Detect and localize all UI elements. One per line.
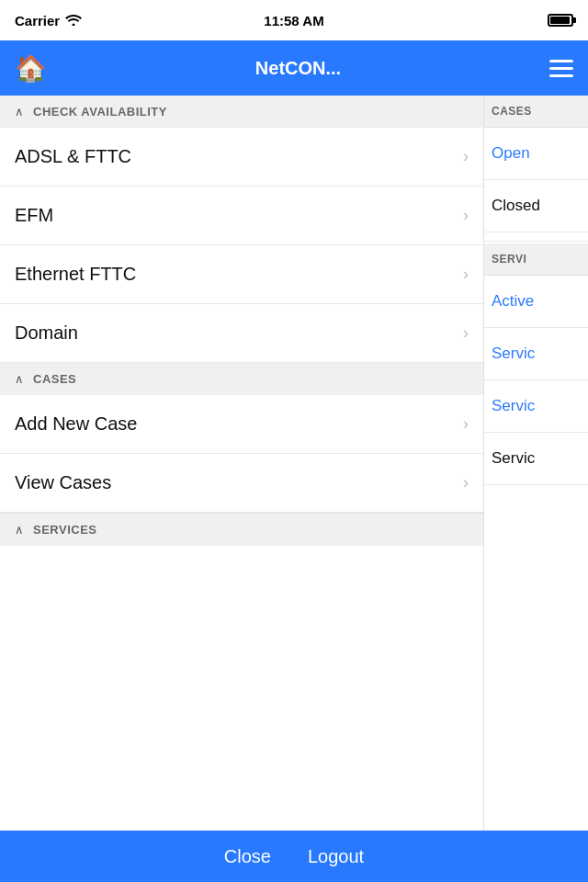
menu-item-domain-chevron: › bbox=[463, 323, 469, 343]
menu-icon[interactable] bbox=[549, 60, 573, 77]
status-bar-time: 11:58 AM bbox=[264, 13, 323, 28]
right-item-servic-2[interactable]: Servic bbox=[484, 380, 588, 433]
right-spacer bbox=[484, 232, 588, 242]
menu-item-efm-label: EFM bbox=[15, 205, 53, 226]
menu-item-ethernet-fttc-label: Ethernet FTTC bbox=[15, 264, 136, 285]
logout-button[interactable]: Logout bbox=[308, 846, 364, 867]
menu-item-adsl[interactable]: ADSL & FTTC › bbox=[0, 128, 483, 187]
carrier-label: Carrier bbox=[15, 13, 60, 28]
services-header: ∧ SERVICES bbox=[0, 513, 483, 546]
menu-item-view-cases-chevron: › bbox=[463, 473, 469, 492]
menu-item-add-case[interactable]: Add New Case › bbox=[0, 395, 483, 454]
bottom-bar: Close Logout bbox=[0, 831, 588, 882]
right-panel: CASES Open Closed SERVI Active Serv bbox=[484, 96, 588, 831]
cases-header: ∧ CASES bbox=[0, 363, 483, 395]
menu-item-ethernet-fttc-chevron: › bbox=[463, 265, 469, 284]
check-availability-chevron: ∧ bbox=[15, 105, 24, 119]
menu-item-efm[interactable]: EFM › bbox=[0, 187, 483, 245]
services-chevron: ∧ bbox=[15, 523, 24, 537]
nav-bar: 🏠 NetCON... bbox=[0, 40, 588, 96]
menu-item-add-case-chevron: › bbox=[463, 414, 469, 434]
home-icon[interactable]: 🏠 bbox=[15, 53, 47, 84]
services-label: SERVICES bbox=[33, 523, 97, 537]
menu-item-adsl-label: ADSL & FTTC bbox=[15, 146, 131, 167]
wifi-icon bbox=[65, 13, 82, 28]
status-bar-right bbox=[548, 14, 573, 27]
app-container: 🏠 NetCON... ∧ CHECK AVAILABILITY ADSL & … bbox=[0, 40, 588, 882]
close-button[interactable]: Close bbox=[224, 846, 271, 867]
battery-icon bbox=[548, 14, 573, 27]
menu-item-view-cases[interactable]: View Cases › bbox=[0, 454, 483, 513]
menu-item-domain-label: Domain bbox=[15, 322, 78, 344]
status-bar-left: Carrier bbox=[15, 13, 82, 28]
menu-item-add-case-label: Add New Case bbox=[15, 413, 137, 435]
check-availability-label: CHECK AVAILABILITY bbox=[33, 105, 167, 119]
cases-label: CASES bbox=[33, 372, 76, 386]
menu-item-domain[interactable]: Domain › bbox=[0, 304, 483, 363]
nav-title: NetCON... bbox=[255, 58, 341, 79]
right-item-servic-3[interactable]: Servic bbox=[484, 433, 588, 485]
check-availability-header: ∧ CHECK AVAILABILITY bbox=[0, 96, 483, 128]
menu-item-view-cases-label: View Cases bbox=[15, 472, 111, 493]
cases-chevron: ∧ bbox=[15, 372, 24, 386]
right-services-header: SERVI bbox=[484, 243, 588, 276]
left-panel: ∧ CHECK AVAILABILITY ADSL & FTTC › EFM ›… bbox=[0, 96, 484, 831]
menu-item-adsl-chevron: › bbox=[463, 147, 469, 166]
menu-item-ethernet-fttc[interactable]: Ethernet FTTC › bbox=[0, 245, 483, 304]
right-item-servic-1[interactable]: Servic bbox=[484, 328, 588, 380]
content-area: ∧ CHECK AVAILABILITY ADSL & FTTC › EFM ›… bbox=[0, 96, 588, 831]
right-cases-header: CASES bbox=[484, 96, 588, 128]
right-item-active[interactable]: Active bbox=[484, 276, 588, 328]
menu-item-efm-chevron: › bbox=[463, 206, 469, 225]
right-item-open[interactable]: Open bbox=[484, 128, 588, 180]
right-item-closed[interactable]: Closed bbox=[484, 180, 588, 232]
status-bar: Carrier 11:58 AM bbox=[0, 0, 588, 40]
